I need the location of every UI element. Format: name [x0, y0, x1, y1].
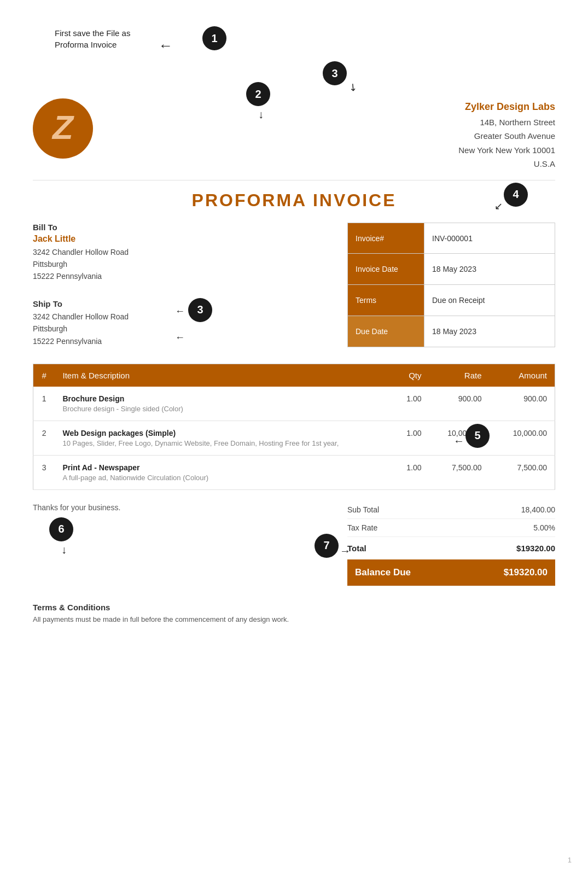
arrow-1-icon: ← — [159, 37, 173, 54]
invoice-due-date-row: Due Date 18 May 2023 — [348, 316, 555, 347]
invoice-details-table: Invoice# INV-000001 Invoice Date 18 May … — [347, 223, 555, 347]
thanks-text: Thanks for your business. — [33, 503, 336, 512]
item-1-amount: 900.00 — [490, 387, 555, 421]
item-3-description: A full-page ad, Nationwide Circulation (… — [63, 474, 378, 482]
company-name: Zylker Design Labs — [458, 98, 555, 115]
header-divider — [33, 180, 555, 180]
invoice-page: First save the File as Proforma Invoice … — [0, 0, 588, 875]
header-row: Z Zylker Design Labs 14B, Northern Stree… — [33, 98, 555, 171]
item-2-desc-cell: Web Design packages (Simple) 10 Pages, S… — [55, 421, 386, 455]
arrow-3-top-icon: ↘ — [346, 80, 360, 94]
invoice-terms-value: Due on Receipt — [424, 285, 555, 316]
arrow-7-icon: → — [340, 545, 351, 557]
invoice-number-row: Invoice# INV-000001 — [348, 223, 555, 254]
invoice-number-label: Invoice# — [348, 223, 424, 254]
subtotal-row: Sub Total 18,400.00 — [347, 501, 555, 519]
arrow-4-icon: ↙ — [494, 200, 503, 212]
item-1-description: Brochure design - Single sided (Color) — [63, 405, 378, 413]
item-3-name: Print Ad - Newspaper — [63, 463, 378, 472]
terms-title: Terms & Conditions — [33, 603, 555, 612]
tax-rate-row: Tax Rate 5.00% — [347, 519, 555, 537]
table-row: 3 Print Ad - Newspaper A full-page ad, N… — [33, 455, 555, 489]
col-qty-header: Qty — [386, 364, 429, 387]
arrow-3-bill2-icon: ← — [175, 332, 185, 343]
bill-addr-2: Pittsburgh — [33, 258, 331, 270]
invoice-due-date-value: 18 May 2023 — [424, 316, 555, 347]
invoice-date-label: Invoice Date — [348, 254, 424, 285]
badge-7: 7 — [315, 534, 339, 558]
invoice-terms-label: Terms — [348, 285, 424, 316]
bill-addr-3: 15222 Pennsylvania — [33, 270, 331, 282]
subtotal-label: Sub Total — [347, 505, 379, 514]
arrow-5-icon: ← — [453, 435, 464, 447]
total-row: Total $19320.00 — [347, 537, 555, 557]
total-value: $19320.00 — [516, 544, 555, 553]
item-1-rate: 900.00 — [429, 387, 490, 421]
col-amount-header: Amount — [490, 364, 555, 387]
badge-3-billing: 3 — [188, 298, 212, 322]
invoice-terms-row: Terms Due on Receipt — [348, 285, 555, 316]
col-rate-header: Rate — [429, 364, 490, 387]
totals-table: 7 → Sub Total 18,400.00 Tax Rate 5.00% T… — [347, 501, 555, 586]
item-2-qty: 1.00 — [386, 421, 429, 455]
company-logo: Z — [33, 98, 93, 159]
logo-letter: Z — [53, 110, 73, 144]
arrow-6-icon: ↓ — [61, 544, 67, 556]
badge-3-top: 3 — [323, 61, 347, 85]
item-1-num: 1 — [33, 387, 55, 421]
item-3-qty: 1.00 — [386, 455, 429, 489]
col-item-header: Item & Description — [55, 364, 386, 387]
table-row: 1 Brochure Design Brochure design - Sing… — [33, 387, 555, 421]
item-2-name: Web Design packages (Simple) — [63, 429, 378, 438]
badge-4: 4 — [504, 183, 528, 207]
item-3-rate: 7,500.00 — [429, 455, 490, 489]
bill-to-label: Bill To — [33, 223, 331, 232]
billing-left: Bill To Jack Little 3242 Chandler Hollow… — [33, 223, 347, 347]
table-header-row: # Item & Description Qty Rate Amount — [33, 364, 555, 387]
invoice-date-row: Invoice Date 18 May 2023 — [348, 254, 555, 285]
page-number: 1 — [568, 856, 572, 864]
items-table-container: # Item & Description Qty Rate Amount 1 B… — [33, 364, 555, 490]
billing-section: Bill To Jack Little 3242 Chandler Hollow… — [33, 223, 555, 347]
bill-to-address: 3242 Chandler Hollow Road Pittsburgh 152… — [33, 246, 331, 283]
badge-5: 5 — [465, 424, 490, 448]
item-3-num: 3 — [33, 455, 55, 489]
balance-due-row: Balance Due $19320.00 — [347, 559, 555, 586]
invoice-number-value: INV-000001 — [424, 223, 555, 254]
bill-addr-1: 3242 Chandler Hollow Road — [33, 246, 331, 258]
company-address-line1: 14B, Northern Street — [458, 115, 555, 130]
tax-rate-value: 5.00% — [533, 523, 555, 532]
item-2-num: 2 — [33, 421, 55, 455]
balance-due-value: $19320.00 — [504, 567, 548, 578]
item-1-qty: 1.00 — [386, 387, 429, 421]
balance-due-label: Balance Due — [355, 567, 411, 578]
item-3-desc-cell: Print Ad - Newspaper A full-page ad, Nat… — [55, 455, 386, 489]
terms-text: All payments must be made in full before… — [33, 615, 555, 623]
item-3-amount: 7,500.00 — [490, 455, 555, 489]
title-container: PROFORMA INVOICE 4 ↙ — [33, 190, 555, 211]
tax-rate-label: Tax Rate — [347, 523, 377, 532]
company-address-line2: Greater South Avenue — [458, 129, 555, 143]
terms-section: Terms & Conditions All payments must be … — [33, 603, 555, 623]
invoice-due-date-label: Due Date — [348, 316, 424, 347]
company-info: Zylker Design Labs 14B, Northern Street … — [458, 98, 555, 171]
bill-to-name: Jack Little — [33, 234, 331, 244]
totals-area: Thanks for your business. 6 ↓ 7 → Sub To… — [33, 501, 555, 586]
item-2-description: 10 Pages, Slider, Free Logo, Dynamic Web… — [63, 439, 378, 447]
col-num-header: # — [33, 364, 55, 387]
badge-6: 6 — [49, 517, 73, 541]
arrow-3-bill-icon: ← — [175, 306, 185, 317]
step1-annotation-text: First save the File as Proforma Invoice — [55, 27, 130, 50]
subtotal-value: 18,400.00 — [521, 505, 555, 514]
top-annotation-area: First save the File as Proforma Invoice … — [33, 22, 555, 66]
item-1-desc-cell: Brochure Design Brochure design - Single… — [55, 387, 386, 421]
item-1-name: Brochure Design — [63, 394, 378, 403]
thanks-left: Thanks for your business. 6 ↓ — [33, 501, 347, 512]
company-address-line4: U.S.A — [458, 157, 555, 171]
invoice-title: PROFORMA INVOICE — [33, 190, 555, 211]
company-address-line3: New York New York 10001 — [458, 143, 555, 158]
items-table-header: # Item & Description Qty Rate Amount — [33, 364, 555, 387]
item-2-amount: 10,000.00 — [490, 421, 555, 455]
invoice-date-value: 18 May 2023 — [424, 254, 555, 285]
badge-1: 1 — [202, 26, 226, 50]
